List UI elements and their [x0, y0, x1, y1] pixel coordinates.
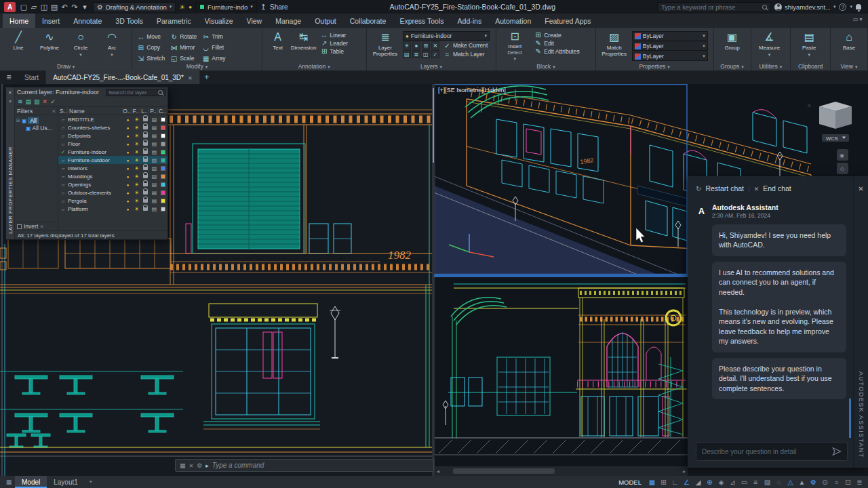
- match-properties-button[interactable]: ▨ Match Properties: [599, 30, 630, 62]
- layer-lock-icon[interactable]: [143, 183, 148, 186]
- collapse-icon[interactable]: [40, 223, 43, 230]
- layer-color-swatch[interactable]: [161, 134, 165, 138]
- ribbon-tab[interactable]: Home: [3, 14, 35, 28]
- paste-button[interactable]: ▤ Paste: [793, 30, 825, 62]
- layer-row[interactable]: Mouldings: [58, 172, 167, 180]
- layer-off-icon[interactable]: ✕: [431, 41, 439, 49]
- layer-freeze-icon[interactable]: [134, 148, 139, 155]
- polar-tracking-icon[interactable]: ∠: [681, 477, 692, 487]
- ribbon-button[interactable]: ✎ Edit Attributes: [532, 47, 581, 55]
- file-tab-menu-icon[interactable]: [0, 70, 18, 84]
- insert-block-button[interactable]: ⊡ Insert Detect: [499, 30, 530, 62]
- ribbon-tab[interactable]: Insert: [35, 14, 66, 28]
- annotation-visibility-icon[interactable]: △: [785, 477, 796, 487]
- ribbon-button[interactable]: ◠ Arc: [96, 30, 127, 62]
- layer-color-swatch[interactable]: [161, 199, 165, 203]
- layer-unisolate-icon[interactable]: ≣: [412, 50, 420, 58]
- customize-icon[interactable]: [197, 462, 202, 469]
- layer-row[interactable]: BRDTITLE: [58, 115, 167, 123]
- viewport-elevation[interactable]: [435, 277, 688, 466]
- search-box[interactable]: [657, 2, 771, 12]
- viewport-controls-label[interactable]: [+][SE Isometric][Hidden]: [438, 87, 506, 94]
- grid-display-icon[interactable]: ▦: [646, 477, 658, 487]
- horizontal-scrollbar[interactable]: ◂ ▸: [435, 466, 688, 476]
- layer-row[interactable]: Defpoints: [58, 131, 167, 140]
- object-isolate-icon[interactable]: ○: [831, 477, 842, 487]
- layer-lock-icon[interactable]: [143, 159, 148, 162]
- layer-lock-icon[interactable]: ◫: [422, 50, 430, 58]
- open-file-icon[interactable]: ▱: [29, 2, 39, 12]
- search-input[interactable]: [661, 3, 760, 11]
- layer-color-swatch[interactable]: [161, 142, 165, 146]
- layer-lock-icon[interactable]: [143, 199, 148, 203]
- layer-lock-icon[interactable]: [143, 118, 148, 121]
- close-icon[interactable]: [188, 74, 193, 81]
- layer-lock-icon[interactable]: [143, 167, 148, 170]
- layer-filter-icon[interactable]: ≋: [18, 98, 23, 105]
- layer-state-icon[interactable]: ☀: [403, 41, 411, 49]
- ribbon-tab[interactable]: Collaborate: [343, 14, 393, 28]
- layer-color-swatch[interactable]: [161, 207, 165, 211]
- ribbon-button[interactable]: ✎ Edit: [532, 39, 581, 47]
- layer-color-swatch[interactable]: [161, 174, 165, 179]
- end-chat-icon[interactable]: [754, 184, 760, 192]
- panel-title[interactable]: Draw: [57, 63, 71, 70]
- annotation-autoscale-icon[interactable]: ▲: [796, 477, 808, 487]
- snap-mode-icon[interactable]: ⊞: [658, 477, 669, 487]
- new-vp-frozen-layer-icon[interactable]: ▥: [34, 98, 40, 105]
- layer-plot-icon[interactable]: [152, 132, 157, 139]
- layer-on-icon[interactable]: [127, 140, 130, 147]
- ribbon-button[interactable]: ↻ Rotate: [168, 31, 199, 42]
- ribbon-button[interactable]: ▦ Array: [200, 53, 227, 64]
- property-dropdown[interactable]: ByLayer ▾: [632, 52, 708, 61]
- layer-plot-icon[interactable]: [152, 205, 157, 212]
- ribbon-button[interactable]: ⇲ Stretch: [135, 53, 167, 64]
- bulb-icon[interactable]: ●: [189, 4, 192, 10]
- share-button[interactable]: Share: [270, 3, 288, 11]
- layer-color-swatch[interactable]: [161, 166, 165, 171]
- layer-row[interactable]: Outdoor-elements: [58, 188, 167, 197]
- property-dropdown[interactable]: ByLayer ▾: [632, 41, 708, 51]
- layer-lock-icon[interactable]: [143, 175, 148, 178]
- layer-on-icon[interactable]: [127, 173, 130, 180]
- layer-freeze-icon[interactable]: [134, 197, 139, 204]
- layer-search-box[interactable]: [106, 89, 165, 96]
- ribbon-tab[interactable]: 3D Tools: [108, 14, 150, 28]
- layer-on-icon[interactable]: [127, 124, 130, 131]
- end-chat-button[interactable]: End chat: [763, 184, 791, 192]
- save-icon[interactable]: ◫: [39, 2, 49, 12]
- layer-plot-icon[interactable]: [152, 197, 157, 204]
- layer-row[interactable]: Platform: [58, 205, 167, 213]
- ribbon-tab[interactable]: Output: [308, 14, 343, 28]
- layer-freeze-icon[interactable]: ⊞: [422, 41, 430, 49]
- layer-plot-icon[interactable]: [152, 140, 157, 147]
- ribbon-button[interactable]: ⋈ Mirror: [168, 42, 199, 53]
- ribbon-button[interactable]: ⊞ Copy: [135, 42, 167, 53]
- layer-on-icon[interactable]: [127, 181, 130, 188]
- layer-freeze-icon[interactable]: [134, 157, 139, 163]
- panel-title[interactable]: Modify: [186, 63, 203, 70]
- send-icon[interactable]: [832, 447, 842, 456]
- tab-start[interactable]: Start: [18, 70, 46, 84]
- palette-title-strip[interactable]: LAYER PROPERTIES MANAGER: [6, 87, 15, 239]
- layer-on-icon[interactable]: [127, 132, 130, 139]
- viewport-splitter-horizontal[interactable]: [434, 274, 688, 277]
- layer-properties-button[interactable]: ≣ Layer Properties: [370, 30, 401, 62]
- account-menu[interactable]: shiyamdev.srit... ▾: [774, 3, 835, 11]
- qat-customize-icon[interactable]: ▾: [80, 2, 90, 12]
- layer-plot-icon[interactable]: [152, 165, 157, 171]
- chat-input[interactable]: [702, 448, 828, 455]
- ribbon-tab[interactable]: View: [240, 14, 269, 28]
- layer-on-icon[interactable]: [127, 189, 130, 196]
- set-current-layer-icon[interactable]: ✓: [50, 98, 56, 105]
- selection-cycling-icon[interactable]: ◌: [773, 477, 785, 487]
- make-current-button[interactable]: ✓ Make Current: [441, 42, 490, 49]
- layer-on-icon[interactable]: [127, 165, 130, 171]
- layer-freeze-icon[interactable]: [134, 124, 139, 131]
- measure-button[interactable]: ∡ Measure: [754, 30, 785, 62]
- layer-dropdown[interactable]: ● Furniture-indoor ▾: [403, 31, 490, 41]
- ribbon-button[interactable]: ↹ Dimension: [291, 30, 317, 62]
- panel-title[interactable]: Annotation: [298, 63, 326, 70]
- viewport-splitter-vertical[interactable]: [432, 84, 435, 476]
- panel-title[interactable]: View: [841, 63, 853, 70]
